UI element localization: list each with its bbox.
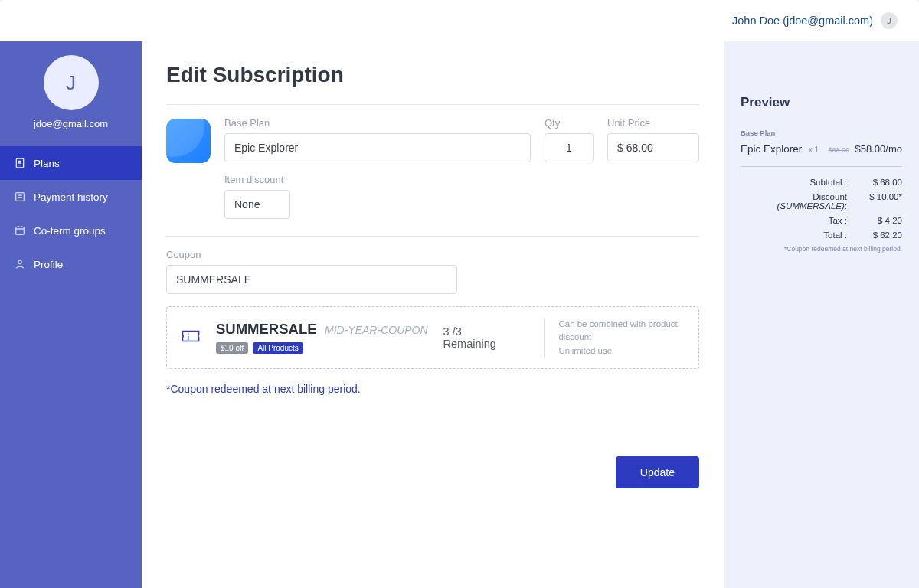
nav-label: Co-term groups — [34, 225, 106, 237]
svg-point-3 — [18, 260, 21, 263]
preview-note: *Coupon redeemed at next billing period. — [741, 245, 902, 253]
nav-label: Payment history — [34, 191, 108, 203]
coupon-field: Coupon — [166, 249, 699, 294]
page-title: Edit Subscription — [166, 63, 699, 87]
field-label: Coupon — [166, 249, 699, 260]
plans-icon — [14, 157, 26, 169]
item-discount-input[interactable] — [224, 190, 290, 219]
field-label: Base Plan — [224, 117, 531, 129]
preview-row: Tax :$ 4.20 — [741, 216, 902, 225]
preview-base-plan-label: Base Plan — [741, 129, 902, 137]
separator — [741, 166, 902, 167]
preview-row: Discount (SUMMERSALE):-$ 10.00* — [741, 192, 902, 211]
preview-title: Preview — [741, 95, 902, 110]
unit-price-field: Unit Price — [607, 117, 699, 162]
coupon-input[interactable] — [166, 265, 457, 294]
topbar-user[interactable]: John Doe (jdoe@gmail.com) — [732, 15, 873, 27]
topbar-avatar[interactable]: J — [881, 12, 898, 29]
sidebar-item-payment-history[interactable]: Payment history — [0, 180, 142, 214]
coupon-code: SUMMERSALE — [216, 321, 317, 337]
content: Edit Subscription Base Plan Qty Unit Pri… — [142, 41, 724, 588]
sidebar: J jdoe@gmail.com Plans Payment history C… — [0, 41, 142, 588]
unit-price-input[interactable] — [607, 133, 699, 162]
preview-strike-price: $68.00 — [829, 146, 850, 154]
coupon-meta: Can be combined with product discount Un… — [544, 318, 685, 358]
update-button[interactable]: Update — [616, 456, 699, 488]
payment-history-icon — [14, 191, 26, 203]
qty-input[interactable] — [545, 133, 594, 162]
field-label: Item discount — [224, 174, 699, 185]
coupon-card: SUMMERSALE MID-YEAR-COUPON $10 off All P… — [166, 306, 699, 369]
sidebar-avatar: J — [44, 55, 99, 110]
base-plan-input[interactable] — [224, 133, 531, 162]
topbar: John Doe (jdoe@gmail.com) J — [0, 0, 919, 41]
preview-qty: x 1 — [809, 145, 819, 154]
field-label: Unit Price — [607, 117, 699, 129]
coupon-meta-line: Unlimited use — [558, 345, 685, 358]
badge-amount: $10 off — [216, 342, 248, 354]
coupon-subtitle: MID-YEAR-COUPON — [325, 324, 428, 336]
preview-price: $58.00/mo — [855, 143, 902, 155]
preview-panel: Preview Base Plan Epic Explorer x 1 $68.… — [724, 41, 919, 588]
nav-label: Plans — [34, 158, 60, 169]
base-plan-field: Base Plan — [224, 117, 531, 162]
plan-icon — [166, 119, 211, 163]
preview-plan-name: Epic Explorer — [741, 143, 802, 155]
nav-label: Profile — [34, 259, 63, 270]
separator — [166, 104, 699, 105]
sidebar-item-profile[interactable]: Profile — [0, 247, 142, 281]
badge-scope: All Products — [253, 342, 303, 354]
co-term-icon — [14, 224, 26, 237]
sidebar-item-plans[interactable]: Plans — [0, 146, 142, 180]
svg-rect-2 — [16, 227, 25, 234]
coupon-remaining: 3 /3 Remaining — [443, 325, 529, 350]
coupon-note: *Coupon redeemed at next billing period. — [166, 383, 699, 395]
sidebar-item-co-term-groups[interactable]: Co-term groups — [0, 214, 142, 247]
coupon-meta-line: Can be combined with product discount — [558, 318, 685, 345]
field-label: Qty — [545, 117, 594, 129]
ticket-icon — [181, 328, 201, 347]
profile-icon — [14, 258, 26, 270]
qty-field: Qty — [545, 117, 594, 162]
item-discount-field: Item discount — [224, 174, 699, 219]
preview-row: Subtotal :$ 68.00 — [741, 178, 902, 187]
preview-row: Total :$ 62.20 — [741, 230, 902, 240]
sidebar-email: jdoe@gmail.com — [0, 118, 142, 129]
separator — [166, 236, 699, 237]
